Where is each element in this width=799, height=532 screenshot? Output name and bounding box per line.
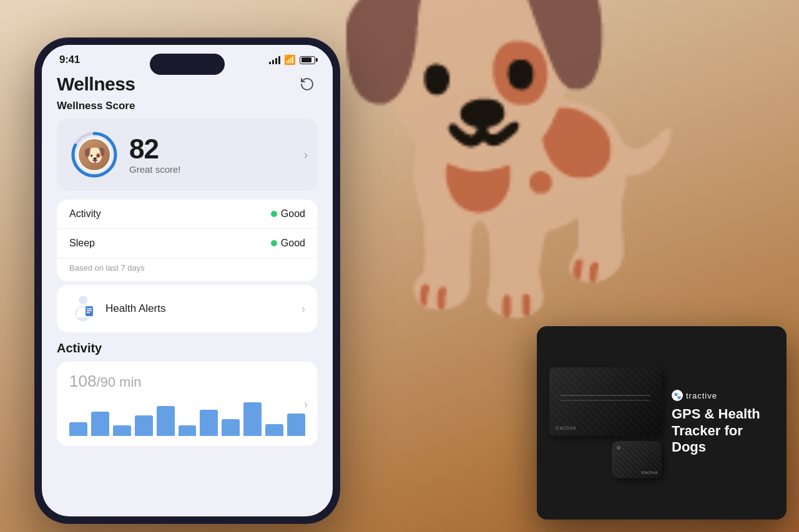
device-led bbox=[617, 446, 620, 450]
bar-8 bbox=[222, 419, 240, 436]
product-card: tractive tractive 🐾 tractive GPS & Healt… bbox=[537, 326, 787, 520]
tracker-device: tractive bbox=[612, 441, 662, 478]
based-on-text: Based on last 7 days bbox=[57, 258, 318, 281]
app-title: Wellness bbox=[57, 74, 135, 95]
bar-10 bbox=[265, 424, 283, 436]
battery-fill bbox=[301, 57, 311, 62]
tractive-paw-icon: 🐾 bbox=[672, 390, 683, 401]
device-brand-text: tractive bbox=[641, 470, 658, 475]
health-alerts-left: Health Alerts bbox=[69, 295, 165, 322]
sleep-status-text: Good bbox=[281, 238, 305, 249]
minutes-goal: /90 min bbox=[96, 374, 141, 390]
bar-5 bbox=[157, 406, 175, 436]
bar-3 bbox=[113, 425, 131, 436]
battery-icon bbox=[300, 56, 315, 64]
box-decoration bbox=[561, 395, 650, 396]
dog-face-icon: 🐶 bbox=[83, 144, 106, 166]
tracker-box: tractive bbox=[549, 367, 662, 436]
screen-content: Wellness Wellness Score bbox=[42, 71, 333, 505]
activity-label: Activity bbox=[69, 208, 101, 220]
product-info: 🐾 tractive GPS & Health Tracker for Dogs bbox=[672, 390, 774, 455]
score-label: Great score! bbox=[129, 164, 305, 175]
activity-minutes: 108/90 min bbox=[69, 372, 305, 391]
tractive-logo: 🐾 tractive bbox=[672, 390, 774, 401]
bar-4 bbox=[135, 415, 153, 436]
phone-shell: 9:41 📶 Well bbox=[34, 37, 340, 524]
wellness-score-title: Wellness Score bbox=[57, 100, 318, 112]
wellness-score-card[interactable]: 🐶 82 Great score! › bbox=[57, 118, 318, 191]
svg-point-0 bbox=[79, 296, 87, 304]
activity-status-text: Good bbox=[281, 208, 305, 220]
status-icons: 📶 bbox=[269, 54, 315, 65]
bar-11 bbox=[287, 414, 305, 436]
bar-1 bbox=[69, 422, 87, 436]
bar-6 bbox=[179, 425, 197, 436]
phone-screen: 9:41 📶 Well bbox=[42, 45, 333, 516]
refresh-button[interactable] bbox=[297, 74, 318, 95]
bar-9 bbox=[243, 402, 262, 436]
health-alerts-label: Health Alerts bbox=[105, 302, 165, 315]
activity-stat-row: Activity Good bbox=[57, 200, 318, 229]
stats-card: Activity Good Sleep Good Based on l bbox=[57, 200, 318, 281]
dynamic-island bbox=[150, 54, 225, 75]
activity-card[interactable]: 108/90 min bbox=[57, 362, 318, 446]
sleep-status-dot bbox=[271, 240, 277, 246]
product-title-line2: Tracker for Dogs bbox=[672, 423, 743, 455]
product-box-area: tractive tractive 🐾 tractive GPS & Healt… bbox=[549, 367, 774, 478]
brand-name: tractive bbox=[686, 391, 717, 400]
card-chevron-icon: › bbox=[304, 148, 308, 162]
wellness-score-row: 🐶 82 Great score! bbox=[69, 130, 305, 180]
product-title: GPS & Health Tracker for Dogs bbox=[672, 406, 774, 455]
dog-avatar: 🐶 bbox=[77, 138, 111, 172]
activity-chevron-icon: › bbox=[304, 397, 308, 410]
sleep-label: Sleep bbox=[69, 238, 95, 249]
activity-section: Activity 108/90 min bbox=[57, 341, 318, 446]
sleep-value: Good bbox=[271, 238, 305, 249]
doctor-icon bbox=[69, 295, 97, 322]
health-alerts-chevron-icon: › bbox=[301, 302, 305, 316]
score-circle: 🐶 bbox=[69, 130, 119, 180]
bar-7 bbox=[200, 410, 218, 436]
activity-section-title: Activity bbox=[57, 341, 318, 355]
refresh-icon bbox=[300, 77, 315, 92]
current-minutes: 108 bbox=[69, 372, 96, 390]
sleep-stat-row: Sleep Good bbox=[57, 229, 318, 258]
health-alerts-row: Health Alerts › bbox=[57, 285, 318, 332]
status-time: 9:41 bbox=[59, 54, 80, 66]
score-info: 82 Great score! bbox=[129, 135, 305, 175]
wifi-icon: 📶 bbox=[284, 54, 296, 65]
dog-illustration: 🐕 bbox=[323, 0, 713, 299]
phone-device: 9:41 📶 Well bbox=[34, 37, 340, 524]
doctor-svg bbox=[71, 295, 95, 322]
bar-2 bbox=[91, 412, 109, 436]
activity-bar-chart bbox=[69, 399, 305, 436]
score-number: 82 bbox=[129, 135, 305, 163]
health-alerts-card[interactable]: Health Alerts › bbox=[57, 285, 318, 332]
svg-rect-2 bbox=[86, 306, 93, 316]
product-box-visual: tractive tractive bbox=[549, 367, 662, 478]
activity-status-dot bbox=[271, 211, 277, 217]
box-brand-text: tractive bbox=[556, 425, 576, 431]
activity-value: Good bbox=[271, 208, 305, 220]
product-title-line1: GPS & Health bbox=[672, 406, 760, 422]
signal-icon bbox=[269, 56, 280, 64]
